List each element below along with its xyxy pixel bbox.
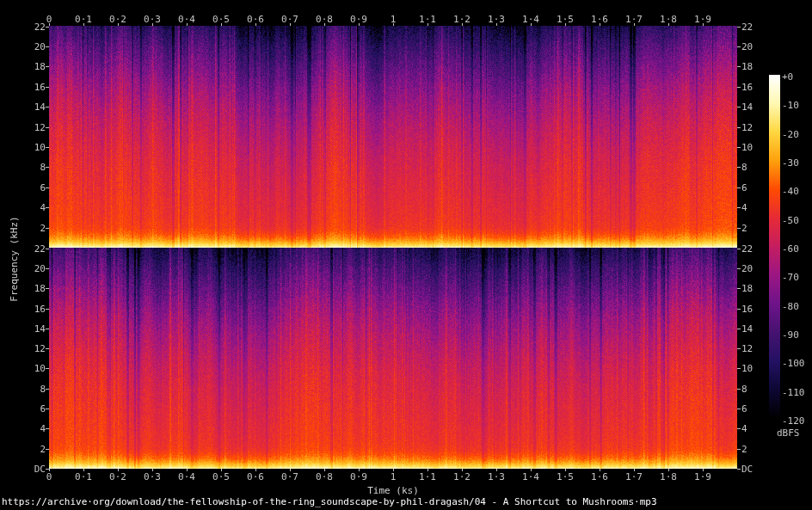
source-url: https://archive·org/download/the-fellows…	[2, 497, 657, 507]
time-tick-mark	[428, 469, 428, 471]
time-tick-mark	[221, 469, 222, 471]
freq-tick-mark	[737, 348, 741, 349]
freq-tick-mark	[737, 207, 741, 208]
time-tick-label: 0·8	[316, 472, 333, 482]
freq-tick-label: 8	[741, 384, 747, 394]
colorbar-tick-label: -110	[782, 387, 805, 396]
freq-tick-mark	[737, 268, 741, 269]
axis-ticks-layer: 000·10·10·20·20·30·30·40·40·50·50·60·60·…	[0, 0, 812, 510]
time-tick-mark	[118, 23, 119, 26]
freq-tick-label: 16	[34, 83, 46, 92]
freq-tick-mark	[737, 428, 741, 429]
freq-tick-mark	[737, 127, 741, 128]
freq-tick-mark	[46, 46, 49, 47]
time-tick-label: 0·6	[247, 472, 264, 482]
freq-tick-label: 14	[34, 102, 46, 112]
time-tick-label: 1·3	[488, 472, 505, 482]
time-tick-label: 1·4	[522, 472, 539, 482]
colorbar-tick-label: -60	[782, 244, 799, 254]
time-tick-mark	[703, 23, 704, 26]
freq-tick-mark	[46, 309, 49, 310]
colorbar-tick-label: -20	[782, 129, 799, 138]
time-tick-label: 1·5	[557, 472, 574, 482]
freq-tick-mark	[737, 167, 741, 168]
freq-tick-mark	[46, 187, 49, 188]
freq-tick-mark	[737, 147, 741, 148]
freq-tick-label: 16	[741, 304, 753, 314]
time-tick-label: 1·9	[694, 472, 711, 482]
freq-tick-mark	[737, 27, 741, 28]
freq-tick-mark	[737, 66, 741, 67]
time-tick-mark	[187, 23, 188, 26]
time-tick-label: 0·1	[75, 472, 92, 482]
freq-tick-mark	[46, 288, 49, 289]
time-axis-title: Time (ks)	[367, 486, 419, 495]
time-tick-mark	[255, 469, 256, 471]
time-tick-label: 1·8	[660, 472, 677, 482]
freq-tick-mark	[46, 87, 49, 88]
colorbar-tick-label: -50	[782, 215, 799, 224]
time-tick-mark	[324, 23, 325, 26]
time-tick-mark	[496, 469, 497, 471]
time-tick-label: 1·2	[453, 472, 471, 482]
freq-tick-label: 14	[741, 324, 753, 334]
time-tick-mark	[634, 469, 635, 471]
freq-tick-mark	[46, 207, 49, 208]
freq-tick-label: 18	[741, 62, 753, 71]
time-tick-label: 1·1	[419, 472, 436, 482]
freq-tick-mark	[737, 187, 741, 188]
colorbar-tick-label: -80	[782, 301, 799, 310]
colorbar-tick-label: -100	[782, 359, 805, 368]
time-tick-label: 1·7	[625, 472, 643, 482]
freq-tick-mark	[46, 127, 49, 128]
freq-tick-mark	[46, 449, 49, 450]
freq-tick-label: 22	[34, 22, 46, 32]
freq-tick-label: 14	[34, 324, 46, 334]
freq-tick-mark	[737, 409, 741, 409]
freq-tick-mark	[46, 409, 49, 409]
frequency-axis-title: Frequency (kHz)	[9, 216, 19, 301]
freq-tick-mark	[46, 107, 49, 108]
time-tick-mark	[118, 469, 119, 471]
freq-tick-label: 10	[741, 364, 753, 373]
freq-tick-mark	[46, 268, 49, 269]
time-tick-mark	[703, 469, 704, 471]
freq-tick-mark	[737, 249, 741, 249]
freq-tick-mark	[737, 228, 741, 229]
time-tick-mark	[359, 23, 360, 26]
time-tick-label: 1	[391, 472, 397, 482]
time-tick-mark	[255, 23, 256, 26]
time-tick-mark	[565, 469, 566, 471]
time-tick-mark	[152, 469, 153, 471]
freq-tick-mark	[46, 167, 49, 168]
time-tick-label: 0·4	[178, 472, 195, 482]
time-tick-mark	[49, 23, 50, 26]
freq-tick-label: 18	[741, 284, 753, 293]
freq-tick-label: 2	[741, 224, 747, 233]
freq-tick-label: 8	[40, 163, 46, 172]
time-tick-mark	[290, 469, 291, 471]
freq-tick-mark	[46, 27, 49, 28]
freq-tick-label: 20	[34, 264, 46, 273]
freq-tick-label: 2	[40, 445, 46, 454]
time-tick-mark	[359, 469, 360, 471]
freq-tick-label: 16	[741, 83, 753, 92]
colorbar-unit-label: dBFS	[777, 428, 800, 438]
time-tick-mark	[393, 469, 394, 471]
freq-tick-label: 2	[741, 445, 747, 454]
freq-tick-label: 20	[741, 264, 753, 273]
freq-tick-mark	[737, 107, 741, 108]
freq-tick-label: 12	[34, 344, 46, 353]
freq-tick-label: 14	[741, 102, 753, 112]
freq-tick-label: 4	[741, 424, 747, 433]
freq-tick-label: 18	[34, 284, 46, 293]
freq-tick-mark	[46, 428, 49, 429]
freq-tick-label: 4	[40, 203, 46, 212]
freq-tick-mark	[737, 469, 741, 470]
freq-tick-label: 8	[741, 163, 747, 172]
freq-tick-label: 22	[741, 244, 753, 254]
freq-tick-label: 6	[741, 404, 747, 414]
time-tick-label: 0	[46, 472, 52, 482]
freq-tick-mark	[737, 389, 741, 390]
freq-tick-mark	[46, 389, 49, 390]
